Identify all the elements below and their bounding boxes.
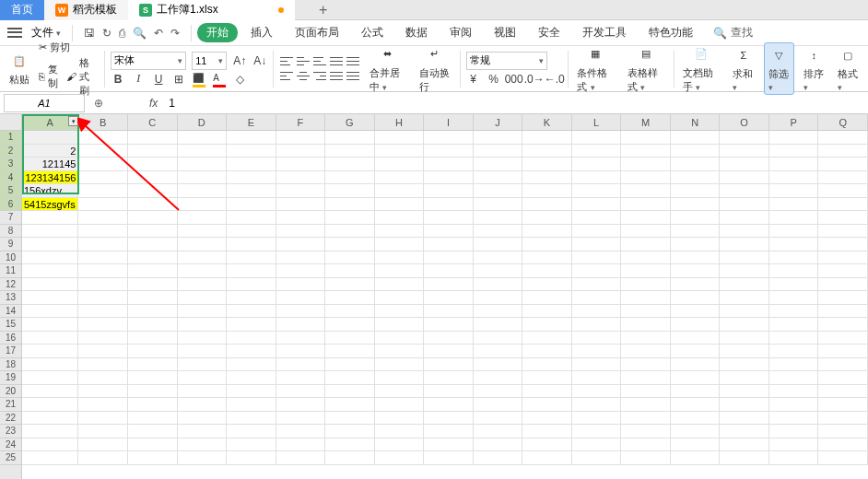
cell-I25[interactable] bbox=[424, 451, 474, 465]
cell-J1[interactable] bbox=[474, 131, 523, 145]
cell-D13[interactable] bbox=[178, 291, 228, 305]
cell-J20[interactable] bbox=[474, 385, 523, 399]
cell-A2[interactable]: 2 bbox=[22, 145, 78, 158]
cell-G8[interactable] bbox=[325, 225, 375, 239]
cell-F12[interactable] bbox=[276, 278, 326, 292]
font-size-select[interactable]: 11▾ bbox=[192, 52, 227, 70]
cell-G25[interactable] bbox=[325, 451, 375, 465]
cell-F2[interactable] bbox=[276, 145, 326, 158]
cell-I3[interactable] bbox=[424, 158, 474, 171]
cell-D20[interactable] bbox=[178, 385, 228, 399]
cell-D25[interactable] bbox=[178, 451, 228, 465]
cell-M12[interactable] bbox=[621, 278, 671, 292]
cell-K23[interactable] bbox=[522, 425, 572, 438]
cell-Q25[interactable] bbox=[818, 451, 868, 465]
cell-E14[interactable] bbox=[227, 305, 276, 319]
cell-K25[interactable] bbox=[522, 451, 572, 465]
filter-dropdown-button[interactable]: ▾ bbox=[68, 116, 78, 126]
cell-P4[interactable] bbox=[769, 171, 819, 185]
cell-P13[interactable] bbox=[769, 291, 819, 305]
cell-H17[interactable] bbox=[375, 345, 425, 358]
cell-J16[interactable] bbox=[474, 332, 523, 345]
cell-C21[interactable] bbox=[128, 398, 178, 412]
cell-O13[interactable] bbox=[720, 291, 769, 305]
cell-Q3[interactable] bbox=[818, 158, 868, 171]
cell-E19[interactable] bbox=[227, 371, 276, 385]
cell-H9[interactable] bbox=[375, 238, 425, 251]
col-header-L[interactable]: L bbox=[572, 114, 622, 130]
cell-F17[interactable] bbox=[276, 345, 326, 358]
cell-C8[interactable] bbox=[128, 225, 178, 239]
row-header-17[interactable]: 17 bbox=[0, 345, 21, 358]
col-header-D[interactable]: D bbox=[178, 114, 228, 130]
cell-H7[interactable] bbox=[375, 211, 425, 225]
cell-M20[interactable] bbox=[621, 385, 671, 399]
cell-C16[interactable] bbox=[128, 332, 178, 345]
cell-I14[interactable] bbox=[424, 305, 474, 319]
sort-button[interactable]: ↕ 排序 ▾ bbox=[800, 45, 828, 92]
col-header-H[interactable]: H bbox=[375, 114, 425, 130]
cell-M8[interactable] bbox=[621, 225, 671, 239]
cell-D7[interactable] bbox=[178, 211, 228, 225]
cell-C11[interactable] bbox=[128, 264, 178, 278]
cell-L25[interactable] bbox=[572, 451, 622, 465]
cell-E1[interactable] bbox=[227, 131, 276, 145]
cell-H4[interactable] bbox=[375, 171, 425, 185]
cell-C7[interactable] bbox=[128, 211, 178, 225]
cell-C2[interactable] bbox=[128, 145, 178, 158]
cell-K10[interactable] bbox=[522, 251, 572, 265]
cell-I12[interactable] bbox=[424, 278, 474, 292]
cell-K13[interactable] bbox=[522, 291, 572, 305]
cell-I1[interactable] bbox=[424, 131, 474, 145]
cell-P23[interactable] bbox=[769, 425, 819, 438]
cell-B14[interactable] bbox=[78, 305, 128, 319]
cell-M2[interactable] bbox=[621, 145, 671, 158]
cell-Q8[interactable] bbox=[818, 225, 868, 239]
cell-O9[interactable] bbox=[720, 238, 769, 251]
cell-O18[interactable] bbox=[720, 358, 769, 372]
cell-F7[interactable] bbox=[276, 211, 326, 225]
cell-A25[interactable] bbox=[22, 451, 78, 465]
cell-O7[interactable] bbox=[720, 211, 769, 225]
cell-E21[interactable] bbox=[227, 398, 276, 412]
cell-K14[interactable] bbox=[522, 305, 572, 319]
cell-Q7[interactable] bbox=[818, 211, 868, 225]
cell-L20[interactable] bbox=[572, 385, 622, 399]
cell-H21[interactable] bbox=[375, 398, 425, 412]
cell-B12[interactable] bbox=[78, 278, 128, 292]
cell-J24[interactable] bbox=[474, 438, 523, 452]
cell-J6[interactable] bbox=[474, 198, 523, 212]
cell-O2[interactable] bbox=[720, 145, 769, 158]
cell-N3[interactable] bbox=[671, 158, 721, 171]
cell-L4[interactable] bbox=[572, 171, 622, 185]
cell-F23[interactable] bbox=[276, 425, 326, 438]
cell-K20[interactable] bbox=[522, 385, 572, 399]
formula-input[interactable]: 1 bbox=[163, 97, 868, 110]
cell-D19[interactable] bbox=[178, 371, 228, 385]
cell-K22[interactable] bbox=[522, 412, 572, 426]
cell-G3[interactable] bbox=[325, 158, 375, 171]
col-header-I[interactable]: I bbox=[424, 114, 474, 130]
font-select[interactable]: 宋体▾ bbox=[111, 52, 186, 70]
cell-H12[interactable] bbox=[375, 278, 425, 292]
cell-H11[interactable] bbox=[375, 264, 425, 278]
cell-O14[interactable] bbox=[720, 305, 769, 319]
cell-M16[interactable] bbox=[621, 332, 671, 345]
cell-C10[interactable] bbox=[128, 251, 178, 265]
cell-Q22[interactable] bbox=[818, 412, 868, 426]
row-header-18[interactable]: 18 bbox=[0, 358, 21, 372]
cell-M10[interactable] bbox=[621, 251, 671, 265]
cell-K12[interactable] bbox=[522, 278, 572, 292]
cell-L13[interactable] bbox=[572, 291, 622, 305]
cell-D16[interactable] bbox=[178, 332, 228, 345]
cell-L15[interactable] bbox=[572, 318, 622, 332]
cell-G14[interactable] bbox=[325, 305, 375, 319]
cell-C1[interactable] bbox=[128, 131, 178, 145]
font-color-button[interactable]: A bbox=[212, 72, 227, 87]
cell-Q4[interactable] bbox=[818, 171, 868, 185]
cell-E10[interactable] bbox=[227, 251, 276, 265]
cell-O19[interactable] bbox=[720, 371, 769, 385]
col-header-J[interactable]: J bbox=[474, 114, 523, 130]
cell-N14[interactable] bbox=[671, 305, 721, 319]
tab-template[interactable]: W 稻壳模板 bbox=[44, 0, 128, 20]
